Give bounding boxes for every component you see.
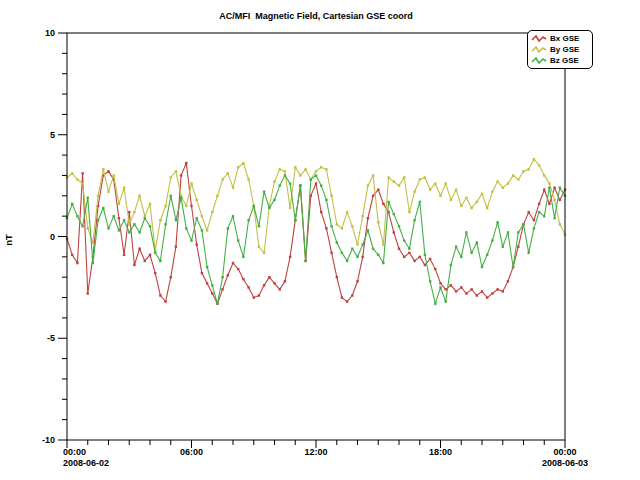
data-point-bz <box>201 229 203 231</box>
data-point-bx <box>242 278 244 280</box>
data-point-by <box>377 221 379 223</box>
data-point-bz <box>502 246 504 248</box>
data-point-bx <box>138 248 140 250</box>
data-point-by <box>496 180 498 182</box>
data-point-by <box>351 225 353 227</box>
data-point-by <box>548 182 550 184</box>
data-point-bz <box>330 225 332 227</box>
data-point-by <box>279 168 281 170</box>
x-tick-date-label: 2008-06-03 <box>542 458 588 468</box>
data-point-bz <box>294 219 296 221</box>
data-point-bx <box>429 258 431 260</box>
data-point-bx <box>164 300 166 302</box>
data-point-bx <box>118 217 120 219</box>
data-point-by <box>367 184 369 186</box>
data-point-bx <box>559 199 561 201</box>
data-point-bx <box>247 286 249 288</box>
data-point-by <box>522 170 524 172</box>
data-point-bx <box>377 189 379 191</box>
data-point-bz <box>175 219 177 221</box>
data-point-bx <box>351 294 353 296</box>
data-point-bz <box>543 215 545 217</box>
data-point-bx <box>289 256 291 258</box>
data-point-bx <box>372 195 374 197</box>
data-point-bz <box>289 182 291 184</box>
data-point-by <box>164 205 166 207</box>
data-point-bz <box>304 260 306 262</box>
data-point-bz <box>351 248 353 250</box>
data-point-bz <box>445 300 447 302</box>
data-point-by <box>450 199 452 201</box>
data-point-bx <box>507 280 509 282</box>
data-point-by <box>398 184 400 186</box>
data-point-by <box>304 168 306 170</box>
data-point-by <box>553 199 555 201</box>
data-point-bx <box>133 264 135 266</box>
data-point-bz <box>128 231 130 233</box>
data-point-bx <box>543 189 545 191</box>
data-point-bx <box>455 290 457 292</box>
data-point-bz <box>372 248 374 250</box>
data-point-bz <box>144 217 146 219</box>
data-point-by <box>543 174 545 176</box>
data-point-bz <box>253 205 255 207</box>
data-point-bz <box>206 266 208 268</box>
data-point-by <box>455 189 457 191</box>
data-point-bz <box>403 239 405 241</box>
data-point-bz <box>102 207 104 209</box>
data-point-bx <box>538 203 540 205</box>
data-point-by <box>170 176 172 178</box>
data-point-by <box>201 215 203 217</box>
data-point-bz <box>97 219 99 221</box>
data-point-bx <box>273 282 275 284</box>
data-point-by <box>470 207 472 209</box>
data-point-bx <box>180 174 182 176</box>
data-point-by <box>372 174 374 176</box>
data-point-bz <box>455 246 457 248</box>
x-tick-label: 00:00 <box>553 447 576 457</box>
legend-item-bz: Bz GSE <box>531 55 589 66</box>
data-point-bz <box>491 239 493 241</box>
data-point-by <box>393 180 395 182</box>
data-point-bz <box>227 227 229 229</box>
data-point-bx <box>237 268 239 270</box>
data-point-bz <box>221 276 223 278</box>
data-point-bz <box>154 252 156 254</box>
x-tick-label: 06:00 <box>180 447 203 457</box>
chart-window: AC/MFI Magnetic Field, Cartesian GSE coo… <box>0 0 640 480</box>
data-point-bz <box>481 266 483 268</box>
data-point-bx <box>476 294 478 296</box>
data-point-by <box>81 182 83 184</box>
data-point-bx <box>107 170 109 172</box>
data-point-bz <box>465 231 467 233</box>
data-point-by <box>294 166 296 168</box>
data-point-by <box>211 211 213 213</box>
data-point-bx <box>470 288 472 290</box>
data-point-bz <box>211 284 213 286</box>
data-point-bz <box>434 303 436 305</box>
data-point-bx <box>268 276 270 278</box>
data-point-by <box>491 191 493 193</box>
data-point-bz <box>398 225 400 227</box>
data-point-bx <box>403 256 405 258</box>
y-tick-label: 0 <box>50 232 55 242</box>
data-point-bx <box>336 276 338 278</box>
data-point-by <box>486 207 488 209</box>
data-point-bx <box>144 260 146 262</box>
data-point-by <box>128 223 130 225</box>
plot-frame <box>67 33 565 440</box>
data-point-bz <box>496 221 498 223</box>
data-point-bx <box>175 246 177 248</box>
data-point-bx <box>201 272 203 274</box>
data-point-by <box>512 174 514 176</box>
data-point-bz <box>377 254 379 256</box>
data-point-bz <box>507 231 509 233</box>
data-point-by <box>476 201 478 203</box>
data-point-bx <box>341 296 343 298</box>
data-point-by <box>330 195 332 197</box>
data-point-by <box>273 180 275 182</box>
data-point-bz <box>113 215 115 217</box>
data-point-bx <box>263 284 265 286</box>
data-point-by <box>382 243 384 245</box>
data-point-bx <box>486 296 488 298</box>
